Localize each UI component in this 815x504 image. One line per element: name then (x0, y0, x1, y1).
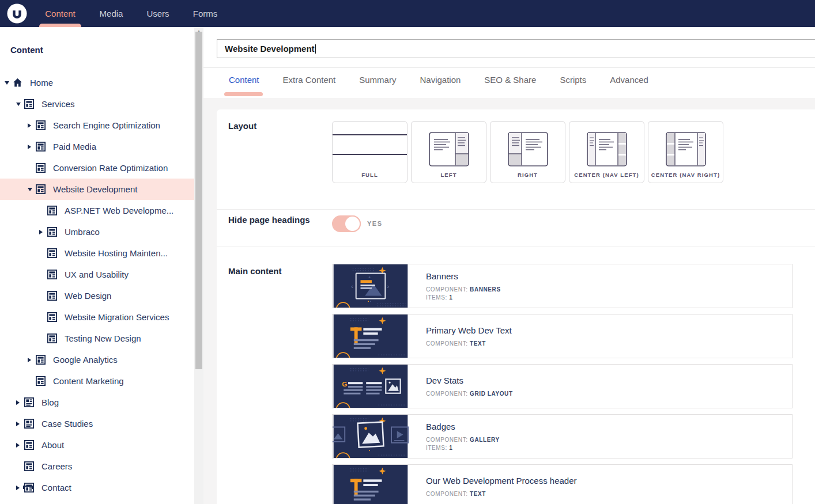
content-tree-sidebar: Content HomeServicesSearch Engine Optimi… (0, 27, 203, 504)
section-tab-media[interactable]: Media (92, 0, 130, 27)
caret-right-icon[interactable] (16, 442, 24, 449)
partial-tree-item (23, 486, 33, 489)
svg-text:G: G (342, 380, 347, 388)
tree-item-label: Blog (41, 397, 59, 407)
caret-right-icon[interactable] (28, 357, 36, 363)
page-title-input[interactable]: Website Development (217, 39, 815, 58)
caret-placeholder (16, 463, 24, 470)
hide-headings-toggle[interactable] (332, 215, 361, 232)
layout-right-thumbnail (508, 132, 548, 166)
tree-item-web-design[interactable]: Web Design (0, 285, 194, 306)
caret-down-icon[interactable] (28, 186, 36, 193)
sidebar-title: Content (10, 45, 43, 55)
tree-item-conversion-rate-optimization[interactable]: Conversion Rate Optimization (0, 157, 194, 179)
caret-down-icon[interactable] (5, 79, 13, 86)
tab-advanced[interactable]: Advanced (610, 75, 648, 85)
content-form-panel: Layout FULL (217, 109, 815, 504)
main-content-list: ‹ › Banners COMPONENT: BANNERS ITEMS: 1 (332, 264, 793, 504)
component-row-primary-web-dev-text[interactable]: Primary Web Dev Text COMPONENT: TEXT (332, 314, 793, 358)
caret-right-icon[interactable] (28, 143, 36, 150)
article-icon (24, 419, 34, 429)
page-layout-icon (47, 206, 57, 215)
layout-option-center-nav-left[interactable]: CENTER (NAV LEFT) (569, 121, 644, 183)
tree-item-google-analytics[interactable]: Google Analytics (0, 349, 194, 370)
active-tab-underline (224, 92, 263, 96)
caret-placeholder (39, 250, 47, 257)
tab-content[interactable]: Content (229, 75, 259, 85)
component-type: COMPONENT: GALLERY (426, 437, 500, 443)
layout-property-label: Layout (228, 121, 256, 131)
caret-down-icon[interactable] (16, 101, 24, 108)
layout-option-left[interactable]: LEFT (411, 121, 486, 183)
tab-seo-share[interactable]: SEO & Share (484, 75, 536, 85)
component-row-badges[interactable]: Badges COMPONENT: GALLERY ITEMS: 1 (332, 414, 793, 458)
component-row-banners[interactable]: ‹ › Banners COMPONENT: BANNERS ITEMS: 1 (332, 264, 793, 308)
tree-item-paid-media[interactable]: Paid Media (0, 136, 194, 157)
svg-text:›: › (387, 282, 389, 290)
banners-thumbnail: ‹ › (333, 264, 409, 308)
tree-item-about[interactable]: About (0, 434, 194, 456)
caret-placeholder (39, 207, 47, 214)
component-title: Banners (426, 271, 501, 281)
tree-item-blog[interactable]: Blog (0, 392, 194, 413)
tree-item-label: Web Design (65, 291, 111, 301)
tree-item-website-hosting-mainten[interactable]: Website Hosting Mainten... (0, 242, 194, 264)
tree-item-home[interactable]: Home (0, 72, 194, 93)
tree-item-label: Search Engine Optimization (53, 120, 160, 130)
tree-item-website-migration-services[interactable]: Website Migration Services (0, 306, 194, 328)
component-title: Our Web Development Process header (426, 476, 577, 486)
tree-item-label: About (41, 440, 64, 450)
editor-body: Layout FULL (203, 98, 815, 504)
page-layout-icon (36, 142, 46, 151)
toggle-state-label: YES (367, 220, 383, 227)
tree-item-testing-new-design[interactable]: Testing New Design (0, 328, 194, 349)
layout-option-full[interactable]: FULL (332, 121, 408, 183)
svg-text:‹: ‹ (351, 282, 353, 290)
tree-item-label: Content Marketing (53, 376, 124, 386)
component-title: Badges (426, 422, 500, 431)
tree-item-label: Contact (41, 483, 71, 492)
tree-item-ux-and-usability[interactable]: UX and Usability (0, 264, 194, 285)
tree-item-case-studies[interactable]: Case Studies (0, 413, 194, 434)
caret-right-icon[interactable] (16, 420, 24, 427)
tree-item-umbraco[interactable]: Umbraco (0, 221, 194, 242)
page-layout-icon (47, 248, 57, 258)
page-layout-icon (36, 184, 46, 194)
article-icon (24, 397, 34, 407)
tree-item-search-engine-optimization[interactable]: Search Engine Optimization (0, 115, 194, 136)
layout-option-center-nav-right[interactable]: CENTER (NAV RIGHT) (648, 121, 723, 183)
tree-item-label: Testing New Design (65, 334, 141, 343)
caret-right-icon[interactable] (16, 399, 24, 406)
layout-option-right[interactable]: RIGHT (490, 121, 565, 183)
tree-item-services[interactable]: Services (0, 93, 194, 115)
umbraco-logo-icon[interactable] (7, 3, 27, 24)
scrollbar-thumb[interactable] (195, 32, 202, 369)
section-tab-content[interactable]: Content (39, 0, 81, 27)
tab-extra-content[interactable]: Extra Content (283, 75, 336, 85)
header-divider (203, 67, 815, 68)
component-row-dev-stats[interactable]: G Dev Stats (332, 364, 793, 408)
component-row-process-header[interactable]: Our Web Development Process header COMPO… (332, 464, 793, 504)
caret-placeholder (39, 293, 47, 300)
tree-item-asp-net-web-developme[interactable]: ASP.NET Web Developme... (0, 200, 194, 221)
page-layout-icon (47, 312, 57, 322)
tree-item-website-development[interactable]: Website Development (0, 179, 194, 200)
layout-left-thumbnail (429, 132, 469, 166)
content-tree: HomeServicesSearch Engine OptimizationPa… (0, 72, 194, 498)
tab-scripts[interactable]: Scripts (560, 75, 586, 85)
tree-item-label: Umbraco (65, 227, 100, 237)
tree-item-content-marketing[interactable]: Content Marketing (0, 370, 194, 392)
sidebar-scrollbar[interactable]: ▲ (194, 27, 203, 504)
caret-right-icon[interactable] (28, 122, 36, 129)
hide-headings-property-label: Hide page headings (228, 215, 310, 225)
section-tab-users[interactable]: Users (141, 0, 175, 27)
caret-placeholder (39, 335, 47, 342)
tree-item-careers[interactable]: Careers (0, 456, 194, 477)
tab-summary[interactable]: Summary (359, 75, 396, 85)
section-tab-forms[interactable]: Forms (188, 0, 222, 27)
caret-placeholder (28, 378, 36, 385)
tab-navigation[interactable]: Navigation (420, 75, 461, 85)
caret-right-icon[interactable] (39, 229, 47, 236)
tree-item-label: Paid Media (53, 142, 96, 151)
tree-item-label: UX and Usability (65, 270, 129, 279)
